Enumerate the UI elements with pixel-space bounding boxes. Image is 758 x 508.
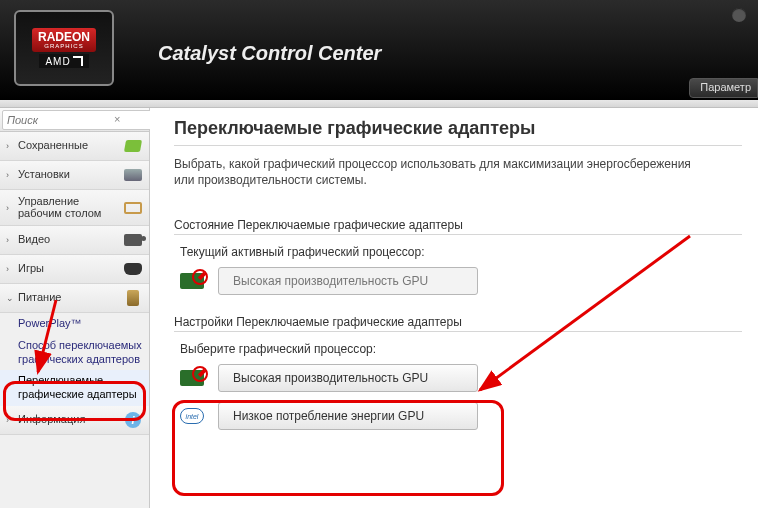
sidebar-sub-powerplay[interactable]: PowerPlay™ bbox=[0, 313, 149, 335]
divider bbox=[174, 145, 742, 146]
page-title: Переключаемые графические адаптеры bbox=[174, 118, 742, 139]
installs-icon bbox=[123, 165, 143, 185]
page-description: Выбрать, какой графический процессор исп… bbox=[174, 156, 714, 188]
amd-badge: AMD bbox=[39, 54, 88, 68]
minimize-button[interactable] bbox=[732, 8, 746, 22]
content-pane: Переключаемые графические адаптеры Выбра… bbox=[150, 108, 758, 508]
info-icon: i bbox=[123, 410, 143, 430]
radeon-badge: RADEON GRAPHICS bbox=[32, 28, 96, 52]
sidebar-sub-switch-method[interactable]: Способ переключаемых графических адаптер… bbox=[0, 335, 149, 371]
chevron-right-icon: › bbox=[6, 203, 14, 213]
current-gpu-row: Высокая производительность GPU bbox=[178, 267, 742, 295]
search-input[interactable] bbox=[2, 110, 163, 130]
sidebar-sub-switchable-adapters[interactable]: Переключаемые графические адаптеры bbox=[0, 370, 149, 406]
discrete-gpu-icon bbox=[178, 270, 206, 292]
sidebar-item-label: Питание bbox=[18, 292, 123, 304]
current-gpu-label: Текущий активный графический процессор: bbox=[180, 245, 742, 259]
high-performance-row: Высокая производительность GPU bbox=[178, 364, 742, 392]
parameters-button[interactable]: Параметр bbox=[689, 78, 758, 98]
sidebar-item-label: Видео bbox=[18, 234, 123, 246]
chevron-right-icon: › bbox=[6, 264, 14, 274]
sidebar-item-games[interactable]: › Игры bbox=[0, 255, 149, 284]
status-group-title: Состояние Переключаемые графические адап… bbox=[174, 218, 742, 235]
chevron-right-icon: › bbox=[6, 141, 14, 151]
desktop-icon bbox=[123, 198, 143, 218]
sidebar-item-label: Установки bbox=[18, 169, 123, 181]
discrete-gpu-icon bbox=[178, 367, 206, 389]
logo-radeon-text: RADEON bbox=[38, 30, 90, 44]
sidebar-item-video[interactable]: › Видео bbox=[0, 226, 149, 255]
battery-icon bbox=[123, 288, 143, 308]
sidebar: × « › Сохраненные › Установки › Управлен… bbox=[0, 108, 150, 508]
sidebar-item-label: Управление рабочим столом bbox=[18, 196, 123, 219]
select-gpu-label: Выберите графический процессор: bbox=[180, 342, 742, 356]
sidebar-item-power[interactable]: ⌄ Питание bbox=[0, 284, 149, 313]
sidebar-item-label: Сохраненные bbox=[18, 140, 123, 152]
sidebar-item-saved[interactable]: › Сохраненные bbox=[0, 132, 149, 161]
saved-icon bbox=[123, 136, 143, 156]
logo-graphics-text: GRAPHICS bbox=[38, 43, 90, 49]
video-icon bbox=[123, 230, 143, 250]
search-row: × « bbox=[0, 108, 149, 132]
low-power-button[interactable]: Низкое потребление энергии GPU bbox=[218, 402, 478, 430]
chevron-down-icon: ⌄ bbox=[6, 293, 14, 303]
chevron-right-icon: › bbox=[6, 415, 14, 425]
settings-group-title: Настройки Переключаемые графические адап… bbox=[174, 315, 742, 332]
chevron-right-icon: › bbox=[6, 235, 14, 245]
brand-logo: RADEON GRAPHICS AMD bbox=[14, 10, 114, 86]
gamepad-icon bbox=[123, 259, 143, 279]
intel-gpu-icon: intel bbox=[178, 405, 206, 427]
low-power-row: intel Низкое потребление энергии GPU bbox=[178, 402, 742, 430]
sidebar-item-label: Игры bbox=[18, 263, 123, 275]
high-performance-button[interactable]: Высокая производительность GPU bbox=[218, 364, 478, 392]
app-title: Catalyst Control Center bbox=[158, 42, 381, 65]
app-header: RADEON GRAPHICS AMD Catalyst Control Cen… bbox=[0, 0, 758, 100]
current-gpu-value: Высокая производительность GPU bbox=[218, 267, 478, 295]
chevron-right-icon: › bbox=[6, 170, 14, 180]
sidebar-item-desktop[interactable]: › Управление рабочим столом bbox=[0, 190, 149, 226]
toolbar-strip bbox=[0, 100, 758, 108]
settings-group: Настройки Переключаемые графические адап… bbox=[174, 315, 742, 430]
sidebar-item-label: Информация bbox=[18, 414, 123, 426]
status-group: Состояние Переключаемые графические адап… bbox=[174, 218, 742, 295]
clear-search-icon[interactable]: × bbox=[114, 113, 120, 125]
sidebar-item-installs[interactable]: › Установки bbox=[0, 161, 149, 190]
sidebar-item-info[interactable]: › Информация i bbox=[0, 406, 149, 435]
